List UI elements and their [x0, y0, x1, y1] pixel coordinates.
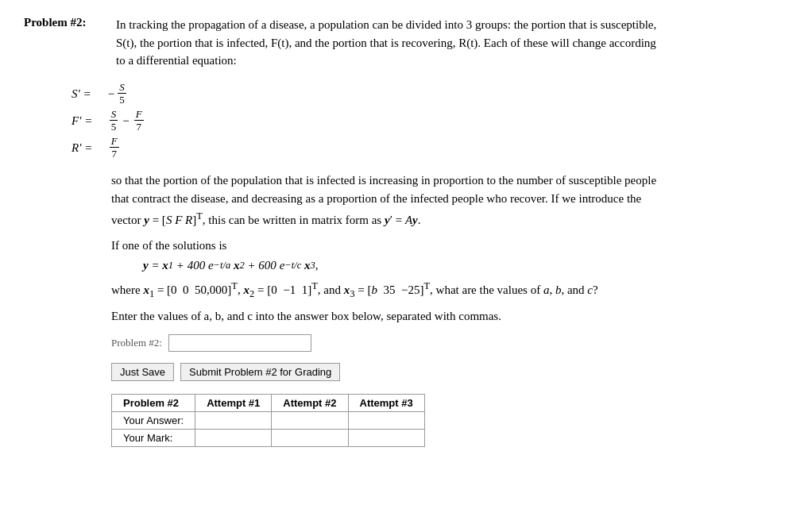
eq-S-lhs: S′ = [72, 82, 95, 106]
desc-line2: S(t), the portion that is infected, F(t)… [116, 37, 656, 49]
col-attempt2: Attempt #2 [272, 395, 348, 412]
problem-header: Problem #2: In tracking the propagation … [24, 16, 788, 70]
attempt1-answer [195, 412, 272, 430]
problem-container: Problem #2: In tracking the propagation … [24, 16, 788, 447]
eq-S-sign: − [108, 82, 114, 106]
attempt3-mark [348, 430, 424, 447]
solution-equation: y = x1 + 400 e−t/a x2 + 600 e−t/c x3, [143, 259, 788, 272]
desc-line1: In tracking the propagation of a disease… [116, 18, 656, 31]
row-mark-label: Your Mark: [112, 430, 195, 447]
eq-R-fraction: F 7 [110, 135, 119, 160]
main-content: so that the portion of the population th… [111, 172, 788, 447]
eq-R-lhs: R′ = [72, 136, 95, 160]
eq-F: F′ = S 5 − F 7 [72, 108, 788, 133]
eq-S: S′ = − S 5 [72, 81, 788, 106]
eq-S-fraction: S 5 [118, 81, 126, 106]
eq-F-fraction2: F 7 [134, 108, 144, 133]
just-save-button[interactable]: Just Save [111, 363, 174, 381]
table-row-answer: Your Answer: [112, 412, 425, 430]
row-answer-label: Your Answer: [112, 412, 195, 430]
attempt3-answer [348, 412, 424, 430]
paragraph2: so that the portion of the population th… [111, 172, 788, 229]
eq-F-lhs: F′ = [72, 109, 95, 133]
enter-line: Enter the values of a, b, and c into the… [111, 310, 788, 323]
eq-R: R′ = F 7 [72, 135, 788, 160]
attempt1-mark [195, 430, 272, 447]
col-problem: Problem #2 [112, 395, 195, 412]
problem-number-label: Problem #2: [24, 16, 111, 29]
attempt2-answer [272, 412, 348, 430]
buttons-row: Just Save Submit Problem #2 for Grading [111, 363, 788, 381]
where-line: where x1 = [0 0 50,000]T, x2 = [0 −1 1]T… [111, 279, 788, 302]
col-attempt1: Attempt #1 [195, 395, 272, 412]
answer-label: Problem #2: [111, 337, 162, 349]
answer-row: Problem #2: [111, 334, 788, 352]
eq-F-fraction1: S 5 [110, 108, 118, 133]
col-attempt3: Attempt #3 [348, 395, 424, 412]
attempts-table: Problem #2 Attempt #1 Attempt #2 Attempt… [111, 394, 425, 447]
paragraph3: If one of the solutions is [111, 239, 788, 253]
table-row-mark: Your Mark: [112, 430, 425, 447]
answer-input[interactable] [168, 334, 311, 352]
problem-description: In tracking the propagation of a disease… [116, 16, 656, 70]
submit-button[interactable]: Submit Problem #2 for Grading [180, 363, 340, 381]
differential-equations: S′ = − S 5 F′ = S 5 − F 7 R′ = [72, 81, 788, 161]
attempt2-mark [272, 430, 348, 447]
desc-line3: to a differential equation: [116, 54, 237, 67]
